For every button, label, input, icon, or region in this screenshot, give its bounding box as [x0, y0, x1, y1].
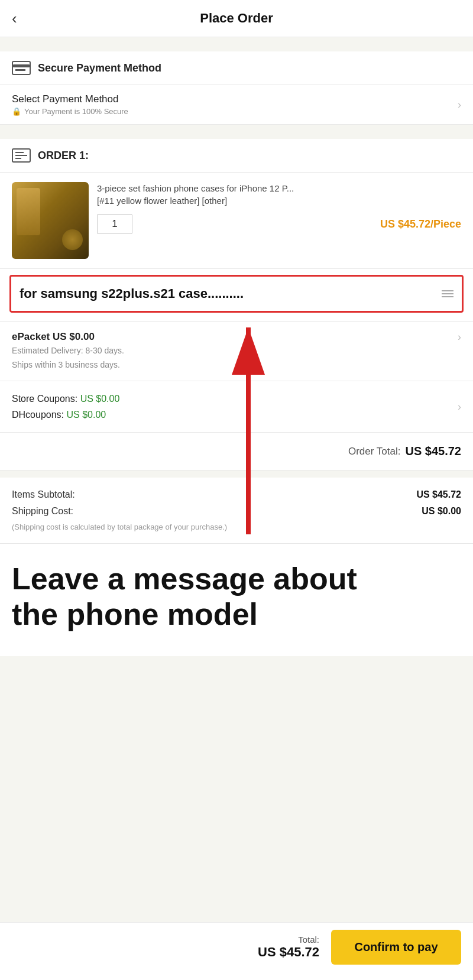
store-coupon-label: Store Coupons: — [12, 394, 77, 404]
shipping-left: ePacket US $0.00 Estimated Delivery: 8-3… — [12, 331, 124, 371]
page-content: ‹ Place Order Secure Payment Method Sele… — [0, 0, 473, 727]
payment-secure-row: 🔒 Your Payment is 100% Secure — [12, 107, 128, 116]
menu-dots-icon — [442, 290, 453, 297]
shipping-cost-value: US $0.00 — [422, 506, 461, 517]
shipping-method: ePacket US $0.00 — [12, 331, 124, 343]
items-subtotal-value: US $45.72 — [416, 489, 461, 500]
order-icon — [12, 148, 31, 163]
back-button[interactable]: ‹ — [12, 11, 17, 26]
shipping-chevron-icon: › — [458, 331, 461, 343]
product-quantity: 1 — [97, 214, 132, 234]
bottom-bar: Total: US $45.72 Confirm to pay — [0, 922, 473, 980]
payment-secure-text: Your Payment is 100% Secure — [24, 107, 128, 116]
order-total-row: Order Total: US $45.72 — [0, 433, 473, 470]
message-heading: Leave a message about the phone model — [12, 562, 461, 632]
shipping-cost-row: Shipping Cost: US $0.00 — [12, 506, 461, 517]
order-total-label: Order Total: — [348, 446, 401, 457]
bottom-total-block: Total: US $45.72 — [12, 934, 319, 960]
gap2 — [0, 125, 473, 132]
highlight-box[interactable]: for samsung s22plus.s21 case.......... — [9, 275, 464, 313]
select-payment-row[interactable]: Select Payment Method 🔒 Your Payment is … — [0, 85, 473, 125]
shipping-cost-label: Shipping Cost: — [12, 506, 73, 517]
shipping-ships: Ships within 3 business days. — [12, 359, 124, 371]
product-title: 3-piece set fashion phone cases for iPho… — [97, 182, 461, 194]
message-section: Leave a message about the phone model — [0, 544, 473, 656]
shipping-row[interactable]: ePacket US $0.00 Estimated Delivery: 8-3… — [0, 322, 473, 381]
message-heading-line2: the phone model — [12, 597, 258, 631]
bottom-total-value: US $45.72 — [12, 945, 319, 960]
product-image-detail — [17, 188, 40, 235]
order-section-header: ORDER 1: — [0, 139, 473, 173]
items-subtotal-row: Items Subtotal: US $45.72 — [12, 489, 461, 500]
lock-icon: 🔒 — [12, 107, 21, 116]
payment-chevron-icon: › — [458, 99, 461, 111]
bottom-total-label: Total: — [12, 934, 319, 945]
dh-coupon-label: DHcoupons: — [12, 410, 64, 420]
highlight-box-wrapper: for samsung s22plus.s21 case.......... — [0, 269, 473, 322]
shipping-note: (Shipping cost is calculated by total pa… — [12, 523, 461, 531]
confirm-to-pay-button[interactable]: Confirm to pay — [331, 930, 461, 965]
dh-coupon-row: DHcoupons: US $0.00 — [12, 407, 119, 423]
product-info: 3-piece set fashion phone cases for iPho… — [97, 182, 461, 234]
payment-section-header: Secure Payment Method — [0, 51, 473, 85]
summary-section: Items Subtotal: US $45.72 Shipping Cost:… — [0, 478, 473, 544]
items-subtotal-label: Items Subtotal: — [12, 489, 75, 500]
payment-section-label: Secure Payment Method — [38, 62, 161, 74]
gap1 — [0, 37, 473, 44]
payment-icon — [12, 61, 31, 75]
store-coupon-value: US $0.00 — [80, 394, 120, 404]
page-title: Place Order — [200, 11, 273, 26]
order-section-label: ORDER 1: — [38, 150, 89, 162]
product-image-inner — [12, 182, 89, 259]
product-variant: [#11 yellow flower leather] [other] — [97, 196, 461, 206]
highlight-text: for samsung s22plus.s21 case.......... — [20, 286, 436, 301]
store-coupon-row: Store Coupons: US $0.00 — [12, 391, 119, 407]
coupons-row[interactable]: Store Coupons: US $0.00 DHcoupons: US $0… — [0, 381, 473, 433]
dh-coupon-value: US $0.00 — [67, 410, 106, 420]
select-payment-label: Select Payment Method — [12, 93, 128, 105]
product-qty-price: 1 US $45.72/Piece — [97, 214, 461, 234]
coupons-chevron-icon: › — [458, 401, 461, 413]
product-image-detail2 — [62, 229, 83, 250]
product-price: US $45.72/Piece — [380, 218, 461, 231]
product-card: 3-piece set fashion phone cases for iPho… — [0, 173, 473, 269]
message-heading-line1: Leave a message about — [12, 562, 357, 596]
order-total-value: US $45.72 — [405, 444, 461, 458]
coupons-left: Store Coupons: US $0.00 DHcoupons: US $0… — [12, 391, 119, 423]
payment-method-left: Select Payment Method 🔒 Your Payment is … — [12, 93, 128, 116]
header: ‹ Place Order — [0, 0, 473, 37]
product-image — [12, 182, 89, 259]
shipping-delivery: Estimated Delivery: 8-30 days. — [12, 345, 124, 357]
